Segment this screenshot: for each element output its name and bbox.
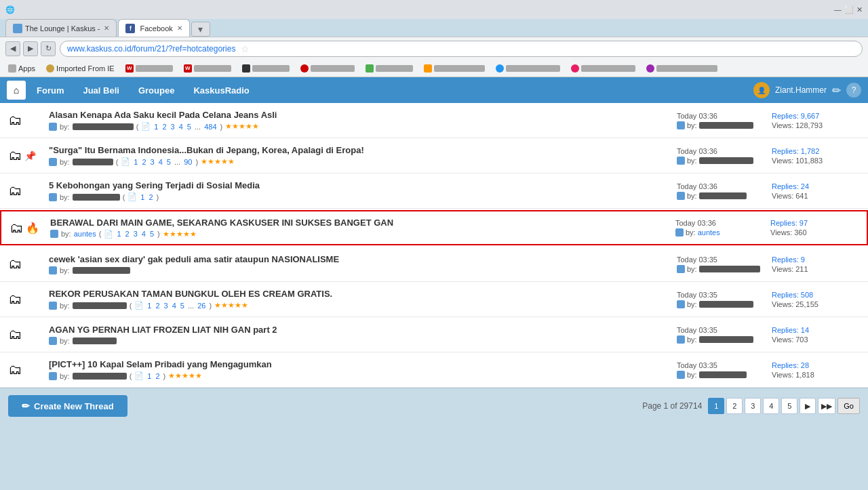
thread-meta: by: ( 📄 1 2 3 4 5 ... 484 ) ★★★★★: [49, 122, 671, 131]
page-link-2[interactable]: 2: [155, 302, 159, 310]
pagination: Page 1 of 29714 1 2 3 4 5 ▶ ▶▶ Go: [642, 398, 860, 414]
replies-link[interactable]: Replies: 508: [772, 291, 813, 299]
page-link-last[interactable]: 484: [204, 123, 216, 131]
page-link-2[interactable]: 2: [155, 372, 159, 380]
create-thread-button[interactable]: ✏ Create New Thread: [8, 395, 127, 417]
author-name: [73, 159, 113, 165]
thread-title-link[interactable]: cewek 'asian sex diary' gak peduli ama s…: [49, 254, 339, 264]
bookmark-apps[interactable]: Apps: [5, 64, 38, 73]
bookmark-w2[interactable]: W: [181, 64, 234, 73]
nav-jualbeli[interactable]: Jual Beli: [75, 80, 127, 101]
nav-forum[interactable]: Forum: [28, 80, 72, 101]
bookmark-imported[interactable]: Imported From IE: [43, 64, 117, 73]
page-link-5[interactable]: 5: [167, 158, 171, 166]
page-link-1[interactable]: 1: [117, 230, 121, 238]
author-name[interactable]: auntes: [74, 230, 96, 238]
apps-favicon: [8, 64, 16, 73]
page-btn-next[interactable]: ▶: [800, 398, 816, 414]
close-icon[interactable]: ✕: [856, 5, 863, 14]
page-link-2[interactable]: 2: [125, 230, 130, 238]
bookmark-b1[interactable]: [239, 64, 292, 73]
bookmark-w1[interactable]: W: [123, 64, 176, 73]
tab-facebook-close[interactable]: ✕: [177, 24, 182, 32]
thread-title-link[interactable]: AGAN YG PERNAH LIAT FROZEN LIAT NIH GAN …: [49, 325, 277, 335]
bookmark-r1[interactable]: [298, 64, 357, 73]
page-link-4[interactable]: 4: [172, 302, 176, 310]
thread-title-link[interactable]: 5 Kebohongan yang Sering Terjadi di Sosi…: [49, 180, 260, 190]
replies-link[interactable]: Replies: 28: [772, 361, 809, 369]
replies-link[interactable]: Replies: 14: [772, 326, 809, 334]
thread-title-link[interactable]: [PICT++] 10 Kapal Selam Pribadi yang Men…: [49, 359, 272, 369]
nav-kaskusradio[interactable]: KaskusRadio: [185, 80, 257, 101]
page-link-2[interactable]: 2: [162, 123, 166, 131]
page-link-3[interactable]: 3: [171, 123, 175, 131]
refresh-button[interactable]: ↻: [41, 41, 56, 56]
page-link-5[interactable]: 5: [180, 302, 184, 310]
page-link-2[interactable]: 2: [142, 158, 146, 166]
page-btn-2[interactable]: 2: [726, 398, 743, 414]
new-tab-button[interactable]: ▾: [191, 22, 210, 37]
replies-link[interactable]: Replies: 24: [772, 182, 809, 190]
page-btn-5[interactable]: 5: [781, 398, 797, 414]
bookmark-g4[interactable]: [568, 64, 638, 73]
thread-title-link[interactable]: Alasan Kenapa Ada Saku kecil Pada Celana…: [49, 110, 277, 120]
check-icon: [49, 302, 57, 310]
address-input[interactable]: www.kaskus.co.id/forum/21/?ref=hotcatego…: [60, 41, 863, 57]
tab-facebook[interactable]: f Facebook ✕: [118, 19, 189, 37]
bookmark-g2[interactable]: [421, 64, 488, 73]
user-avatar: 👤: [753, 82, 770, 98]
bookmark-g1[interactable]: [363, 64, 416, 73]
page-link-last[interactable]: 90: [184, 158, 192, 166]
thread-main: 5 Kebohongan yang Sering Terjadi di Sosi…: [43, 180, 677, 201]
replies-link[interactable]: Replies: 9: [772, 256, 805, 264]
thread-main: cewek 'asian sex diary' gak peduli ama s…: [43, 254, 677, 274]
thread-title-link[interactable]: REKOR PERUSAKAN TAMAN BUNGKUL OLEH ES CR…: [49, 289, 332, 299]
page-link-4[interactable]: 4: [159, 158, 163, 166]
home-button[interactable]: ⌂: [7, 81, 26, 100]
page-link-1[interactable]: 1: [140, 193, 144, 201]
thread-main: [PICT++] 10 Kapal Selam Pribadi yang Men…: [43, 359, 677, 380]
page-link-3[interactable]: 3: [164, 302, 168, 310]
page-link-last[interactable]: 26: [197, 302, 205, 310]
tab-lounge[interactable]: The Lounge | Kaskus - ✕: [5, 19, 117, 37]
tab-lounge-close[interactable]: ✕: [104, 24, 109, 32]
go-button[interactable]: Go: [837, 398, 860, 414]
thread-list: 🗂 Alasan Kenapa Ada Saku kecil Pada Cela…: [0, 103, 868, 388]
page-btn-last[interactable]: ▶▶: [818, 398, 835, 414]
thread-title-link[interactable]: "Surga" Itu Bernama Indonesia...Bukan di…: [49, 145, 364, 155]
page-link-2[interactable]: 2: [149, 193, 153, 201]
page-link-3[interactable]: 3: [134, 230, 138, 238]
page-link-1[interactable]: 1: [147, 302, 151, 310]
forward-button[interactable]: ▶: [23, 41, 38, 56]
star-icon[interactable]: ☆: [241, 43, 250, 54]
page-link-5[interactable]: 5: [150, 230, 154, 238]
replies-link[interactable]: Replies: 9,667: [772, 112, 819, 120]
page-link-1[interactable]: 1: [134, 158, 138, 166]
page-link-4[interactable]: 4: [142, 230, 146, 238]
last-author[interactable]: auntes: [698, 228, 720, 237]
page-btn-1[interactable]: 1: [708, 398, 724, 414]
page-btn-4[interactable]: 4: [763, 398, 779, 414]
page-link-5[interactable]: 5: [187, 123, 191, 131]
bm-g1-favicon: [366, 64, 374, 73]
minimize-icon[interactable]: —: [834, 5, 842, 14]
thread-title-link[interactable]: BERAWAL DARI MAIN GAME, SEKARANG KASKUSE…: [50, 218, 393, 228]
page-link-4[interactable]: 4: [179, 123, 183, 131]
page-link-3[interactable]: 3: [151, 158, 155, 166]
nav-groupee[interactable]: Groupee: [130, 80, 182, 101]
thread-icons: 🗂: [8, 183, 43, 199]
page-link-1[interactable]: 1: [154, 123, 158, 131]
edit-icon[interactable]: ✏: [832, 84, 841, 97]
replies-link[interactable]: Replies: 97: [770, 219, 808, 227]
page-btn-3[interactable]: 3: [745, 398, 761, 414]
page-link-1[interactable]: 1: [147, 372, 151, 380]
bookmark-g3[interactable]: [493, 64, 563, 73]
help-button[interactable]: ?: [846, 83, 861, 98]
restore-icon[interactable]: ⬜: [844, 5, 854, 14]
home-icon: ⌂: [14, 85, 19, 96]
tab-facebook-favicon: f: [125, 24, 135, 33]
bookmark-g5[interactable]: [644, 64, 720, 73]
thread-icons: 🗂 🔥: [9, 220, 45, 236]
replies-link[interactable]: Replies: 1,782: [772, 147, 819, 155]
back-button[interactable]: ◀: [5, 41, 20, 56]
